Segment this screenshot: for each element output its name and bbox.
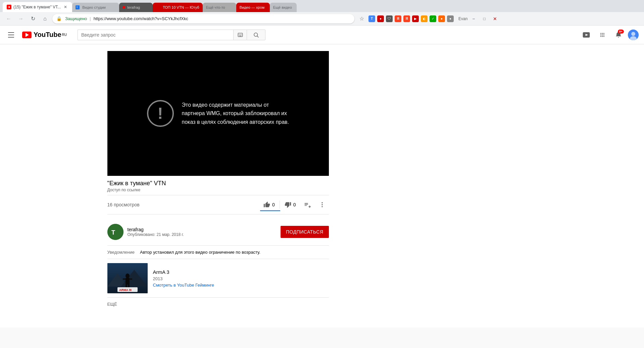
ext-icon-shield[interactable]: 🛡 — [386, 15, 393, 22]
forward-button[interactable]: → — [16, 14, 26, 23]
video-actions: 0 0 — [260, 199, 329, 211]
svg-rect-6 — [240, 34, 240, 34]
svg-point-24 — [600, 36, 601, 37]
youtube-header: YouTubeRU 9+ — [0, 26, 644, 44]
tab-inactive-3[interactable]: ТОП 10 VTN — Ютуб — [153, 3, 202, 12]
search-input[interactable] — [78, 30, 233, 40]
tab-favicon-3 — [122, 6, 125, 9]
header-right: 9+ — [580, 28, 639, 42]
svg-rect-39 — [126, 278, 130, 285]
notifications-button[interactable]: 9+ — [612, 28, 625, 42]
tab-inactive-4[interactable]: Ещё что-то — [203, 3, 236, 12]
tab-inactive-2[interactable]: terafrag — [119, 3, 153, 12]
svg-point-19 — [602, 33, 603, 34]
tab-title-5: Ещё что-то — [206, 5, 233, 9]
tab-active[interactable]: (15) "Ежик в тумане" VT... ✕ — [3, 2, 72, 12]
reload-button[interactable]: ↻ — [28, 14, 38, 23]
game-watch-link[interactable]: Смотреть в YouTube Гейминге — [153, 283, 214, 288]
video-meta-row: 16 просмотров 0 0 — [107, 195, 329, 214]
main-content: ! Это видео содержит материалы от партне… — [107, 44, 537, 317]
tab-title-active: (15) "Ежик в тумане" VT... — [13, 5, 61, 9]
play-triangle — [26, 33, 29, 37]
primary-content: ! Это видео содержит материалы от партне… — [107, 51, 329, 311]
address-right-icons: ☆ T ● 🛡 Я Я ▶ ◐ ✓ ● ● Evan − □ ✕ — [357, 14, 500, 23]
secure-label: Защищено — [65, 16, 87, 21]
more-button[interactable]: ЕЩЁ — [107, 300, 117, 308]
tab-inactive-1[interactable]: Y Видео студии — [72, 3, 119, 12]
secondary-content — [337, 51, 537, 311]
keyboard-button[interactable] — [233, 30, 247, 40]
channel-avatar[interactable]: T — [107, 224, 123, 240]
user-avatar[interactable] — [628, 30, 639, 40]
address-input-container[interactable]: 🔒 Защищено | https://www.youtube.com/wat… — [52, 14, 354, 23]
ext-icon-translate[interactable]: T — [368, 15, 375, 22]
menu-button[interactable] — [5, 30, 17, 40]
maximize-button[interactable]: □ — [480, 14, 489, 23]
secure-icon: 🔒 — [56, 16, 62, 21]
svg-point-22 — [602, 34, 603, 35]
subscribe-button[interactable]: ПОДПИСАТЬСЯ — [281, 226, 329, 238]
ext-icon-orange[interactable]: ◐ — [421, 15, 428, 22]
svg-point-21 — [600, 34, 601, 35]
svg-text:T: T — [111, 229, 115, 236]
svg-rect-13 — [239, 36, 241, 36]
ext-icon-red[interactable]: ● — [377, 15, 384, 22]
back-button[interactable]: ← — [4, 14, 13, 23]
video-title: "Ежик в тумане" VTN — [107, 180, 329, 187]
tab-inactive-5[interactable]: Видео — хром — [236, 3, 270, 12]
channel-name[interactable]: terafrag — [128, 227, 281, 232]
svg-point-18 — [600, 33, 601, 34]
notification-badge: 9+ — [618, 30, 624, 34]
ext-icon-play[interactable]: ▶ — [412, 15, 419, 22]
game-details: ArmA 3 2013 Смотреть в YouTube Гейминге — [153, 263, 214, 293]
like-button[interactable]: 0 — [260, 199, 278, 211]
notification-label: Уведомление — [107, 250, 135, 255]
game-thumbnail[interactable]: ARMA III — [107, 263, 148, 293]
notification-text: Автор установил для этого видео ограниче… — [140, 250, 260, 255]
close-button[interactable]: ✕ — [490, 14, 500, 23]
youtube-logo-ru: RU — [62, 33, 67, 37]
more-row: ЕЩЁ — [107, 298, 329, 311]
like-count: 0 — [272, 202, 275, 207]
tab-bar: (15) "Ежик в тумане" VT... ✕ Y Видео сту… — [0, 0, 644, 12]
ext-icon-ya[interactable]: Я — [395, 15, 401, 22]
dislike-button[interactable]: 0 — [281, 199, 299, 211]
youtube-logo[interactable]: YouTubeRU — [22, 31, 67, 39]
minimize-button[interactable]: − — [469, 14, 478, 23]
svg-rect-11 — [240, 35, 241, 35]
ext-icon-more2[interactable]: ● — [447, 15, 454, 22]
game-card: ARMA III ArmA 3 2013 Смотреть в YouTube … — [107, 259, 329, 298]
svg-rect-7 — [240, 34, 241, 34]
ext-icon-ya2[interactable]: Я — [403, 15, 410, 22]
svg-point-38 — [126, 274, 130, 278]
dislike-count: 0 — [293, 202, 296, 207]
svg-line-15 — [257, 36, 258, 37]
game-title: ArmA 3 — [153, 269, 214, 275]
search-button[interactable] — [247, 30, 265, 40]
address-bar: ← → ↻ ⌂ 🔒 Защищено | https://www.youtube… — [0, 12, 644, 26]
blocked-message: Это видео содержит материалы от партнера… — [182, 101, 289, 127]
playlist-add-button[interactable] — [301, 199, 314, 211]
svg-point-31 — [321, 204, 323, 205]
like-active-bar — [260, 210, 280, 211]
more-actions-button[interactable] — [315, 199, 329, 211]
svg-point-28 — [631, 32, 635, 36]
svg-point-20 — [603, 33, 604, 34]
ext-icon-more1[interactable]: ● — [438, 15, 445, 22]
svg-rect-10 — [240, 35, 240, 35]
tab-close-active[interactable]: ✕ — [63, 4, 68, 10]
svg-point-26 — [603, 36, 604, 37]
bookmark-button[interactable]: ☆ — [357, 14, 366, 23]
channel-info: terafrag Опубликовано: 21 мар. 2018 г. — [128, 227, 281, 237]
video-player[interactable]: ! Это видео содержит материалы от партне… — [107, 51, 329, 176]
tab-title-7: Ещё видео — [273, 5, 293, 9]
upload-button[interactable] — [580, 28, 593, 42]
tab-inactive-6[interactable]: Ещё видео — [270, 3, 297, 12]
ext-icon-green[interactable]: ✓ — [430, 15, 436, 22]
home-button[interactable]: ⌂ — [40, 14, 50, 23]
video-views: 16 просмотров — [107, 202, 256, 207]
apps-button[interactable] — [596, 28, 609, 42]
svg-rect-5 — [239, 34, 239, 34]
svg-rect-9 — [239, 35, 239, 35]
tab-title-6: Видео — хром — [240, 5, 266, 9]
